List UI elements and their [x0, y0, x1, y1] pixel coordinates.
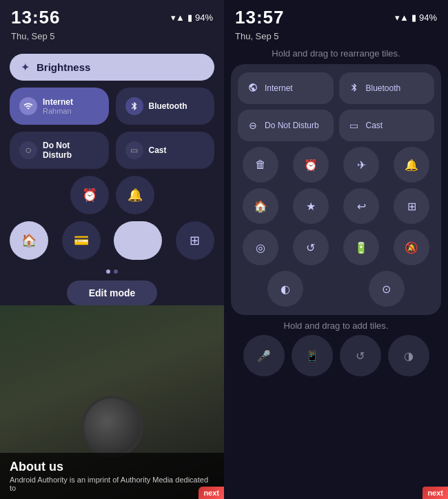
right-icon-row-2: 🏠 ★ ↩ ⊞ — [238, 188, 434, 224]
bluetooth-tile-text: Bluetooth — [149, 101, 187, 111]
left-time: 13:56 — [11, 7, 61, 28]
right-grid-container: Internet Bluetooth ⊖ Do Not Disturb ▭ C — [231, 64, 441, 315]
right-icon-row-1: 🗑 ⏰ ✈ 🔔 — [238, 147, 434, 183]
add-tile-2[interactable]: 📱 — [292, 335, 333, 376]
right-icon-mute[interactable]: 🔕 — [394, 230, 429, 265]
right-wifi-icon: ▾▲ — [395, 12, 409, 23]
quick-tiles-row-1: Internet Rahman Bluetooth — [10, 88, 214, 125]
right-time: 13:57 — [235, 7, 285, 28]
icon-tile-bell[interactable]: 🔔 — [116, 176, 154, 214]
left-status-icons: ▾▲ ▮ 94% — [171, 12, 213, 23]
icon-tile-grid[interactable]: ⊞ — [176, 221, 214, 260]
right-icon-battery[interactable]: 🔋 — [343, 230, 379, 265]
right-date: Thu, Sep 5 — [224, 31, 448, 45]
add-tile-1[interactable]: 🎤 — [243, 335, 285, 376]
left-date: Thu, Sep 5 — [0, 31, 224, 48]
right-battery-percent: 94% — [419, 12, 437, 23]
dot-2 — [114, 269, 118, 274]
right-icon-drop[interactable]: ◐ — [267, 271, 303, 307]
right-dnd-tile[interactable]: ⊖ Do Not Disturb — [238, 110, 334, 141]
dots-indicator — [0, 265, 224, 278]
right-icon-grid[interactable]: ⊞ — [394, 188, 429, 224]
right-status-icons: ▾▲ ▮ 94% — [395, 12, 437, 23]
right-bluetooth-tile[interactable]: Bluetooth — [339, 72, 435, 104]
right-panel: 13:57 ▾▲ ▮ 94% Thu, Sep 5 Hold and drag … — [224, 0, 448, 499]
about-us-text: Android Authority is an imprint of Autho… — [10, 476, 214, 492]
bluetooth-title: Bluetooth — [149, 101, 187, 111]
right-status-bar: 13:57 ▾▲ ▮ 94% — [224, 0, 448, 31]
icon-tile-alarm[interactable]: ⏰ — [70, 176, 109, 214]
bluetooth-tile[interactable]: Bluetooth — [116, 88, 215, 125]
left-content: ✦ Brightness Internet Rahman — [0, 48, 224, 265]
brightness-icon: ✦ — [21, 61, 30, 74]
right-row-1: Internet Bluetooth — [238, 72, 434, 104]
bluetooth-tile-icon — [125, 97, 143, 115]
battery-icon: ▮ — [187, 12, 192, 23]
right-cast-label: Cast — [366, 121, 383, 130]
hold-add-label: Hold and drag to add tiles. — [224, 315, 448, 335]
brightness-label: Brightness — [37, 61, 90, 73]
cast-tile-text: Cast — [149, 145, 167, 155]
right-icon-bell[interactable]: 🔔 — [394, 147, 429, 183]
wifi-tile-icon — [19, 97, 37, 115]
right-bluetooth-label: Bluetooth — [366, 83, 401, 93]
dnd-title: Do Not Disturb — [43, 141, 99, 161]
right-cast-icon: ▭ — [347, 120, 361, 131]
right-dnd-icon: ⊖ — [246, 120, 260, 131]
add-tile-3[interactable]: ↺ — [340, 335, 381, 376]
internet-sub: Rahman — [43, 107, 73, 115]
right-icon-hotspot[interactable]: ⊙ — [369, 271, 405, 307]
internet-tile[interactable]: Internet Rahman — [10, 88, 109, 125]
next-badge-right: next — [422, 487, 448, 499]
right-icon-alarm[interactable]: ⏰ — [293, 147, 329, 183]
right-internet-label: Internet — [265, 83, 293, 93]
dnd-icon: ○ — [19, 141, 37, 159]
right-icon-refresh[interactable]: ↺ — [293, 230, 329, 265]
cast-title: Cast — [149, 145, 167, 155]
photo-area: About us Android Authority is an imprint… — [0, 305, 224, 499]
dnd-tile-text: Do Not Disturb — [43, 141, 99, 161]
right-icon-star[interactable]: ★ — [293, 188, 329, 224]
cast-icon: ▭ — [125, 141, 143, 159]
battery-percent: 94% — [195, 12, 213, 23]
right-icon-trash[interactable]: 🗑 — [243, 147, 278, 183]
internet-title: Internet — [43, 97, 73, 107]
right-icon-home[interactable]: 🏠 — [243, 188, 278, 224]
dnd-tile[interactable]: ○ Do Not Disturb — [10, 132, 109, 169]
right-icon-row-4: ◐ ⊙ — [238, 271, 434, 307]
right-icon-record[interactable]: ◎ — [243, 230, 278, 265]
icon-tile-home[interactable]: 🏠 — [10, 221, 48, 260]
icon-tile-active-large[interactable] — [114, 221, 162, 260]
internet-tile-text: Internet Rahman — [43, 97, 73, 115]
right-internet-tile[interactable]: Internet — [238, 72, 334, 104]
edit-mode-button[interactable]: Edit mode — [67, 281, 158, 305]
cast-tile[interactable]: ▭ Cast — [116, 132, 215, 169]
add-tiles-row: 🎤 📱 ↺ ◑ — [224, 335, 448, 376]
photo-overlay: About us Android Authority is an imprint… — [0, 453, 224, 499]
about-us-title: About us — [10, 460, 214, 474]
right-battery-icon: ▮ — [411, 12, 416, 23]
hold-drag-label: Hold and drag to rearrange tiles. — [224, 45, 448, 64]
right-icon-row-3: ◎ ↺ 🔋 🔕 — [238, 230, 434, 265]
right-bottom-area: next — [224, 376, 448, 499]
right-dnd-label: Do Not Disturb — [265, 121, 319, 130]
add-tile-4[interactable]: ◑ — [388, 335, 429, 376]
right-icon-airplane[interactable]: ✈ — [343, 147, 379, 183]
icon-row-1: ⏰ 🔔 — [10, 176, 214, 214]
right-row-2: ⊖ Do Not Disturb ▭ Cast — [238, 110, 434, 141]
right-cast-tile[interactable]: ▭ Cast — [339, 110, 435, 141]
right-bluetooth-icon — [347, 83, 361, 94]
left-status-bar: 13:56 ▾▲ ▮ 94% — [0, 0, 224, 31]
left-panel: 13:56 ▾▲ ▮ 94% Thu, Sep 5 ✦ Brightness — [0, 0, 224, 499]
dot-1 — [106, 269, 110, 274]
icon-tile-card[interactable]: 💳 — [62, 221, 101, 260]
right-internet-icon — [246, 83, 260, 94]
icon-row-2: 🏠 💳 ⊞ — [10, 221, 214, 260]
quick-tiles-row-2: ○ Do Not Disturb ▭ Cast — [10, 132, 214, 169]
next-badge-left: next — [198, 487, 224, 499]
right-icon-rotate[interactable]: ↩ — [343, 188, 379, 224]
brightness-bar[interactable]: ✦ Brightness — [10, 54, 214, 81]
wifi-icon: ▾▲ — [171, 12, 185, 23]
